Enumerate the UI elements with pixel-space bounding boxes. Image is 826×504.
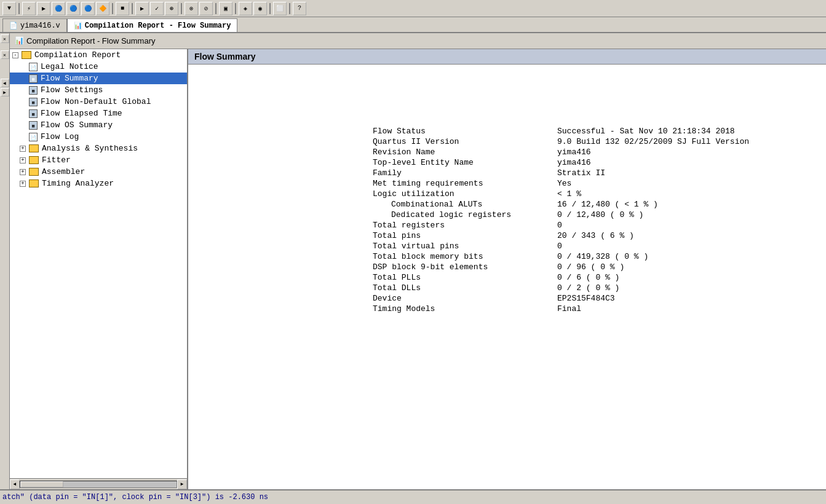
toolbar-btn-5[interactable]: 🔵	[81, 2, 95, 15]
summary-row-12: Total block memory bits0 / 419,328 ( 0 %…	[373, 251, 749, 262]
toolbar-btn-14[interactable]: ◈	[239, 2, 252, 15]
side-collapse-btn-2[interactable]: ✕	[1, 50, 9, 59]
toolbar-separator-5	[215, 3, 216, 14]
summary-row-8: Dedicated logic registers0 / 12,480 ( 0 …	[373, 210, 749, 220]
tab-report-icon: 📊	[74, 22, 82, 30]
tree-label-flow-non-default: Flow Non-Default Global	[41, 97, 151, 106]
summary-key-3: Top-level Entity Name	[373, 157, 545, 168]
toolbar-btn-16[interactable]: ⬜	[273, 2, 287, 15]
toolbar-btn-2[interactable]: ▶	[37, 2, 50, 15]
toolbar-btn-dropdown[interactable]: ▼	[2, 2, 16, 15]
toolbar-btn-17[interactable]: ?	[293, 2, 306, 15]
expand-analysis-synthesis[interactable]: +	[20, 146, 26, 152]
tree-item-assembler[interactable]: + Assembler	[10, 166, 187, 178]
summary-value-1: 9.0 Build 132 02/25/2009 SJ Full Version	[545, 136, 749, 147]
tree-label-flow-log: Flow Log	[41, 132, 79, 141]
tree-label-fitter: Fitter	[42, 156, 71, 165]
summary-key-4: Family	[373, 168, 545, 178]
toolbar-separator-4	[181, 3, 182, 14]
tree-item-flow-settings[interactable]: ▦ Flow Settings	[10, 84, 187, 96]
tab-yima[interactable]: 📄 yima416.v	[2, 18, 67, 32]
hscroll-thumb[interactable]	[20, 481, 63, 487]
toolbar-separator-7	[269, 3, 271, 14]
tree-item-timing-analyzer[interactable]: + Timing Analyzer	[10, 178, 187, 189]
expand-placeholder-flow-summary	[20, 76, 26, 82]
tree-item-analysis-synthesis[interactable]: + Analysis & Synthesis	[10, 143, 187, 154]
toolbar-btn-12[interactable]: ⊘	[199, 2, 213, 15]
summary-value-14: 0 / 6 ( 0 % )	[545, 272, 749, 283]
left-panel-hscroll[interactable]: ◄ ►	[10, 478, 187, 489]
folder-icon-compilation	[22, 51, 31, 59]
expand-assembler[interactable]: +	[20, 169, 26, 175]
summary-key-2: Revision Name	[373, 147, 545, 157]
tree-label-legal-notice: Legal Notice	[41, 62, 98, 71]
summary-row-0: Flow StatusSuccessful - Sat Nov 10 21:18…	[373, 126, 749, 136]
summary-value-13: 0 / 96 ( 0 % )	[545, 262, 749, 272]
toolbar-btn-10[interactable]: ⊛	[165, 2, 178, 15]
tree-item-flow-os-summary[interactable]: ▦ Flow OS Summary	[10, 119, 187, 131]
folder-icon-timing	[29, 179, 39, 187]
summary-row-5: Met timing requirementsYes	[373, 178, 749, 189]
toolbar-btn-3[interactable]: 🔵	[52, 2, 65, 15]
tree-item-compilation-report[interactable]: - Compilation Report	[10, 49, 187, 61]
right-panel: Flow Summary Flow StatusSuccessful - Sat…	[188, 49, 826, 489]
flow-summary-content: Flow StatusSuccessful - Sat Nov 10 21:18…	[188, 65, 826, 345]
side-arrow-right[interactable]: ►	[1, 88, 9, 96]
summary-key-11: Total virtual pins	[373, 241, 545, 251]
toolbar-btn-1[interactable]: ⚡	[22, 2, 36, 15]
hscroll-left-btn[interactable]: ◄	[10, 479, 20, 489]
tree-item-flow-elapsed[interactable]: ▦ Flow Elapsed Time	[10, 108, 187, 119]
summary-value-6: < 1 %	[545, 189, 749, 199]
expand-placeholder-flow-os	[20, 122, 26, 128]
side-arrow-left[interactable]: ◄	[1, 79, 9, 87]
summary-key-15: Total DLLs	[373, 283, 545, 293]
status-bar: atch" (data pin = "IN[1]", clock pin = "…	[0, 489, 826, 504]
report-header-bar: 📊 Compilation Report - Flow Summary	[10, 33, 826, 49]
tree-item-legal-notice[interactable]: 📄 Legal Notice	[10, 61, 187, 73]
summary-row-14: Total PLLs0 / 6 ( 0 % )	[373, 272, 749, 283]
summary-key-0: Flow Status	[373, 126, 545, 136]
summary-key-9: Total registers	[373, 220, 545, 230]
summary-key-13: DSP block 9-bit elements	[373, 262, 545, 272]
toolbar-btn-8[interactable]: ▶	[135, 2, 149, 15]
expand-timing-analyzer[interactable]: +	[20, 181, 26, 187]
toolbar-separator-6	[235, 3, 236, 14]
toolbar-btn-11[interactable]: ⊗	[185, 2, 198, 15]
folder-icon-fitter	[29, 156, 39, 164]
summary-row-6: Logic utilization< 1 %	[373, 189, 749, 199]
tree-label-analysis-synthesis: Analysis & Synthesis	[42, 144, 138, 153]
summary-value-4: Stratix II	[545, 168, 749, 178]
hscroll-right-btn[interactable]: ►	[177, 479, 187, 489]
report-header-title: Compilation Report - Flow Summary	[26, 36, 156, 45]
summary-value-8: 0 / 12,480 ( 0 % )	[545, 210, 749, 220]
tab-report[interactable]: 📊 Compilation Report - Flow Summary	[67, 18, 238, 32]
summary-row-1: Quartus II Version9.0 Build 132 02/25/20…	[373, 136, 749, 147]
expand-fitter[interactable]: +	[20, 157, 26, 163]
tree-item-flow-log[interactable]: 📄 Flow Log	[10, 131, 187, 143]
summary-key-17: Timing Models	[373, 304, 545, 314]
tree-label-assembler: Assembler	[42, 167, 85, 176]
tree-item-fitter[interactable]: + Fitter	[10, 154, 187, 166]
summary-row-13: DSP block 9-bit elements0 / 96 ( 0 % )	[373, 262, 749, 272]
summary-value-2: yima416	[545, 147, 749, 157]
expand-compilation-report[interactable]: -	[12, 52, 18, 58]
summary-row-11: Total virtual pins0	[373, 241, 749, 251]
toolbar-btn-6[interactable]: 🔶	[96, 2, 109, 15]
toolbar-btn-4[interactable]: 🔵	[66, 2, 80, 15]
side-collapse-btn-1[interactable]: ✕	[1, 34, 9, 43]
summary-value-0: Successful - Sat Nov 10 21:18:34 2018	[545, 126, 749, 136]
tree-item-flow-non-default[interactable]: ▦ Flow Non-Default Global	[10, 96, 187, 108]
left-panel: - Compilation Report 📄 Legal Notice	[10, 49, 188, 489]
summary-value-17: Final	[545, 304, 749, 314]
toolbar-btn-7[interactable]: ■	[116, 2, 129, 15]
tree-item-flow-summary[interactable]: ▦ Flow Summary	[10, 73, 187, 84]
toolbar-btn-13[interactable]: ▣	[219, 2, 232, 15]
summary-row-16: DeviceEP2S15F484C3	[373, 293, 749, 304]
toolbar-separator-8	[289, 3, 290, 14]
summary-value-5: Yes	[545, 178, 749, 189]
toolbar-btn-15[interactable]: ◉	[253, 2, 267, 15]
toolbar-separator-1	[18, 3, 20, 14]
tab-yima-icon: 📄	[9, 22, 18, 30]
toolbar-btn-9[interactable]: ✓	[150, 2, 164, 15]
hscroll-track[interactable]	[20, 481, 177, 488]
